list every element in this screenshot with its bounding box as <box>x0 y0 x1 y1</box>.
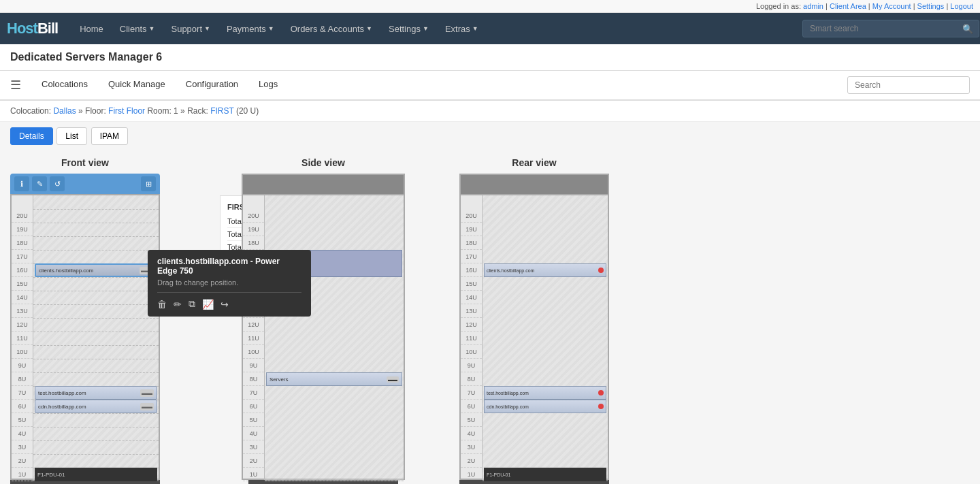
tooltip-chart-icon[interactable]: 📈 <box>202 299 214 310</box>
sub-nav-search-container <box>847 76 970 94</box>
device-cdn[interactable]: cdn.hostbillapp.com ▬▬ <box>35 400 157 413</box>
navbar: HostBill Home Clients ▼ Support ▼ Paymen… <box>0 13 980 44</box>
rear-unit-2: 2U <box>461 454 482 468</box>
unit-16: 16U <box>12 263 33 277</box>
rack-tool-refresh[interactable]: ↺ <box>50 176 65 191</box>
caret-icon: ▼ <box>366 25 372 32</box>
unit-15: 15U <box>12 277 33 291</box>
device-clients[interactable]: clients.hostbillapp.com ▬▬ <box>35 263 157 277</box>
unit-7: 7U <box>12 386 33 400</box>
rear-unit-6: 6U <box>461 400 482 413</box>
rear-clients-label: clients.hostbillapp.com <box>487 268 534 273</box>
rear-device-clients[interactable]: clients.hostbillapp.com <box>484 263 606 277</box>
unit-18: 18U <box>12 236 33 250</box>
nav-orders[interactable]: Orders & Accounts ▼ <box>282 13 380 44</box>
side-view: Side view 1U 2U 3U 4U 5U 6U 7U 8U 9U 10U… <box>242 157 405 484</box>
subnav-colocations[interactable]: Colocations <box>31 71 98 99</box>
tooltip-share-icon[interactable]: ↪ <box>220 299 229 310</box>
rear-view: Rear view 1U 2U 3U 4U 5U 6U 7U 8U 9U 10U… <box>459 157 609 484</box>
client-area-link[interactable]: Client Area <box>830 2 866 10</box>
side-unit-12: 12U <box>243 318 264 332</box>
hamburger-icon[interactable]: ☰ <box>10 78 21 93</box>
side-unit-11: 11U <box>243 332 264 345</box>
side-unit-10: 10U <box>243 345 264 359</box>
rear-pdu[interactable]: F1-PDU-01 <box>484 468 606 481</box>
smart-search-input[interactable] <box>802 20 979 37</box>
side-unit-20: 20U <box>243 209 264 223</box>
tab-ipam[interactable]: IPAM <box>91 127 128 145</box>
rear-device-test[interactable]: test.hostbillapp.com <box>484 386 606 400</box>
nav-clients[interactable]: Clients ▼ <box>112 13 163 44</box>
rear-test-icons <box>598 390 604 396</box>
unit-17: 17U <box>12 250 33 263</box>
rack-tool-info[interactable]: ℹ <box>14 176 29 191</box>
breadcrumb-dallas-link[interactable]: Dallas <box>53 106 76 116</box>
tooltip-edit-icon[interactable]: ✏ <box>174 299 182 310</box>
page-header: Dedicated Servers Manager 6 <box>0 44 980 71</box>
rear-unit-5: 5U <box>461 413 482 427</box>
rack-tool-edit[interactable]: ✎ <box>32 176 47 191</box>
side-unit-6: 6U <box>243 400 264 413</box>
breadcrumb-floor-link[interactable]: First Floor <box>108 106 145 116</box>
my-account-link[interactable]: My Account <box>872 2 911 10</box>
side-unit-4: 4U <box>243 427 264 440</box>
admin-link[interactable]: admin <box>803 2 823 10</box>
subnav-logs[interactable]: Logs <box>248 71 288 99</box>
unit-2: 2U <box>12 454 33 468</box>
nav-payments[interactable]: Payments ▼ <box>218 13 282 44</box>
unit-14: 14U <box>12 291 33 304</box>
rear-unit-7: 7U <box>461 386 482 400</box>
caret-icon: ▼ <box>423 25 429 32</box>
brand-logo[interactable]: HostBill <box>7 20 58 37</box>
tab-list[interactable]: List <box>56 127 87 145</box>
rear-unit-20: 20U <box>461 209 482 223</box>
device-tooltip: clients.hostbillapp.com - Power Edge 750… <box>148 250 311 317</box>
search-icon: 🔍 <box>962 24 973 34</box>
tooltip-copy-icon[interactable]: ⧉ <box>189 298 195 310</box>
rack-units-side: 1U 2U 3U 4U 5U 6U 7U 8U 9U 10U 11U 12U 1… <box>243 195 265 481</box>
logged-as-text: Logged in as: <box>756 2 801 10</box>
device-cdn-dots: ▬▬ <box>140 403 154 410</box>
side-unit-5: 5U <box>243 413 264 427</box>
breadcrumb: Colocation: Dallas » Floor: First Floor … <box>0 101 980 122</box>
unit-1: 1U <box>12 468 33 481</box>
tab-bar: Details List IPAM <box>0 122 980 150</box>
rear-unit-8: 8U <box>461 372 482 386</box>
device-test-dots: ▬▬ <box>140 389 154 397</box>
nav-settings[interactable]: Settings ▼ <box>380 13 437 44</box>
breadcrumb-prefix: Colocation: <box>10 106 53 116</box>
device-clients-label: clients.hostbillapp.com <box>39 268 138 274</box>
settings-link[interactable]: Settings <box>917 2 945 10</box>
tooltip-drag-hint: Drag to change position. <box>157 278 301 287</box>
nav-support[interactable]: Support ▼ <box>163 13 218 44</box>
tooltip-delete-icon[interactable]: 🗑 <box>157 299 167 310</box>
side-unit-8: 8U <box>243 372 264 386</box>
rack-units-front: 1U 2U 3U 4U 5U 6U 7U 8U 9U 10U 11U 12U 1… <box>12 195 33 481</box>
search-input[interactable] <box>847 76 970 94</box>
rear-clients-icons <box>598 268 604 273</box>
logout-link[interactable]: Logout <box>950 2 973 10</box>
side-servers-dots: ▬▬ <box>387 376 399 383</box>
side-unit-3: 3U <box>243 440 264 454</box>
subnav-quick-manage[interactable]: Quick Manage <box>98 71 176 99</box>
rack-tool-expand[interactable]: ⊞ <box>141 176 156 191</box>
rear-unit-15: 15U <box>461 277 482 291</box>
rear-red-dot <box>598 268 604 273</box>
tab-details[interactable]: Details <box>10 127 53 145</box>
rear-test-label: test.hostbillapp.com <box>487 391 529 396</box>
side-unit-9: 9U <box>243 359 264 372</box>
rear-device-cdn[interactable]: cdn.hostbillapp.com <box>484 400 606 413</box>
nav-extras[interactable]: Extras ▼ <box>437 13 487 44</box>
unit-19: 19U <box>12 223 33 236</box>
nav-home[interactable]: Home <box>71 13 112 44</box>
breadcrumb-rack-link[interactable]: FIRST <box>210 106 233 116</box>
rear-pdu-label: F1-PDU-01 <box>487 472 510 477</box>
device-pdu[interactable]: F1-PDU-01 <box>35 468 157 481</box>
device-test[interactable]: test.hostbillapp.com ▬▬ <box>35 386 157 400</box>
nav-search: 🔍 <box>802 20 973 37</box>
tooltip-actions: 🗑 ✏ ⧉ 📈 ↪ <box>157 298 301 310</box>
caret-icon: ▼ <box>149 25 155 32</box>
subnav-configuration[interactable]: Configuration <box>176 71 248 99</box>
side-device-servers[interactable]: Servers ▬▬ <box>266 372 402 386</box>
nav-items: Home Clients ▼ Support ▼ Payments ▼ Orde… <box>71 13 802 44</box>
